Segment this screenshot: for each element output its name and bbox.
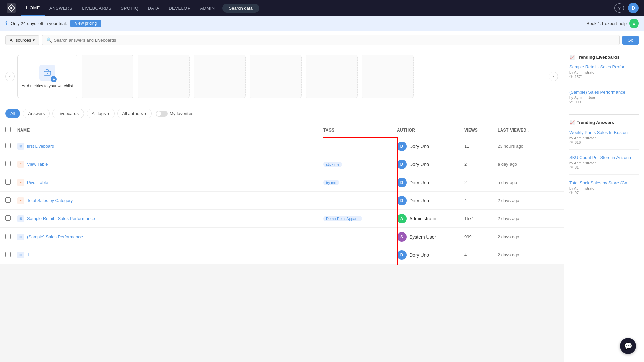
trending-liveboard-item: Sample Retail - Sales Perfor... by Admin… (569, 64, 639, 84)
trending-answer-title[interactable]: SKU Count Per Store in Arizona (569, 155, 639, 160)
table-row[interactable]: ≡ Total Sales by Category D Dory Uno 4 2… (0, 192, 564, 210)
row-lastviewed-cell: 2 days ago (498, 252, 558, 257)
trending-answer-title[interactable]: Total Sock Sales by Store (Ca... (569, 180, 639, 185)
filter-all-button[interactable]: All (5, 109, 20, 118)
carousel-next-button[interactable]: › (549, 72, 558, 81)
nav-data[interactable]: DATA (143, 0, 164, 16)
row-lastviewed-cell: 2 days ago (498, 198, 558, 203)
row-select-checkbox[interactable] (5, 234, 11, 239)
chat-bubble-button[interactable]: 💬 (620, 338, 636, 354)
nav-home[interactable]: HOME (21, 0, 45, 16)
row-type-icon: ⊞ (17, 252, 24, 258)
row-title-link[interactable]: first Liveboard (27, 144, 54, 149)
table-row[interactable]: ⊞ first Liveboard D Dory Uno 11 23 hours… (0, 137, 564, 155)
table-row[interactable]: ⊞ (Sample) Sales Performance S System Us… (0, 228, 564, 246)
filter-liveboards-button[interactable]: Liveboards (52, 109, 84, 118)
author-name: Dory Uno (409, 162, 429, 167)
filter-all-authors-button[interactable]: All authors ▾ (117, 109, 152, 118)
search-data-button[interactable]: Search data (222, 4, 259, 13)
row-select-checkbox[interactable] (5, 252, 11, 257)
row-title-link[interactable]: (Sample) Sales Performance (27, 234, 83, 239)
trending-item-by: by Administrator (569, 186, 596, 190)
author-name: Dory Uno (409, 180, 429, 185)
carousel-items: + Add metrics to your watchlist (15, 55, 549, 98)
trending-liveboards-list: Sample Retail - Sales Perfor... by Admin… (569, 64, 639, 109)
row-title-link[interactable]: View Table (27, 162, 48, 167)
row-checkbox-cell[interactable] (5, 215, 17, 222)
col-header-lastviewed[interactable]: Last viewed ↓ (498, 128, 558, 133)
trial-message: Only 24 days left in your trial. (11, 21, 67, 26)
help-button[interactable]: ? (614, 3, 624, 13)
trending-liveboard-title[interactable]: (Sample) Sales Performance (569, 90, 639, 95)
col-header-author: Author (397, 128, 464, 133)
app-logo[interactable] (5, 2, 17, 14)
row-select-checkbox[interactable] (5, 215, 11, 221)
sort-icon: ↓ (528, 128, 530, 133)
eye-icon: 👁 (569, 74, 573, 79)
nav-answers[interactable]: ANSWERS (45, 0, 77, 16)
row-checkbox-cell[interactable] (5, 179, 17, 186)
row-checkbox-cell[interactable] (5, 197, 17, 204)
watchlist-section: ‹ + Add metrics to your watchlist (0, 49, 564, 104)
trending-answer-sub: by Administrator (569, 161, 639, 165)
row-select-checkbox[interactable] (5, 197, 11, 203)
nav-develop[interactable]: DEVELOP (164, 0, 195, 16)
views-count: 97 (575, 191, 579, 195)
row-select-checkbox[interactable] (5, 161, 11, 166)
row-name-cell: ⊞ 1 (17, 252, 323, 258)
row-title-link[interactable]: Total Sales by Category (27, 198, 73, 203)
user-avatar[interactable]: D (628, 3, 639, 13)
search-input-wrapper: 🔍 (42, 35, 620, 45)
eye-icon: 👁 (569, 165, 573, 170)
filter-answers-button[interactable]: Answers (23, 109, 50, 118)
go-button[interactable]: Go (622, 36, 639, 45)
row-select-checkbox[interactable] (5, 143, 11, 148)
select-all-checkbox-header[interactable] (5, 127, 17, 133)
table-row[interactable]: ≡ View Table stick me D Dory Uno 2 a day… (0, 155, 564, 173)
book-expert-label: Book 1:1 expert help (587, 21, 627, 26)
add-metrics-card[interactable]: + Add metrics to your watchlist (17, 55, 77, 98)
search-bar-container: All sources ▾ 🔍 Go (0, 31, 644, 49)
row-checkbox-cell[interactable] (5, 161, 17, 167)
filter-all-tags-button[interactable]: All tags ▾ (87, 109, 115, 118)
add-metrics-label: Add metrics to your watchlist (22, 84, 73, 88)
trending-up-icon: 📈 (569, 55, 575, 60)
table-row[interactable]: ⊞ Sample Retail - Sales Performance Demo… (0, 210, 564, 228)
all-sources-dropdown[interactable]: All sources ▾ (5, 35, 39, 45)
book-expert-avatar[interactable]: ▲ (629, 19, 639, 28)
nav-spotiq[interactable]: SPOTIQ (116, 0, 143, 16)
row-checkbox-cell[interactable] (5, 234, 17, 240)
search-icon: 🔍 (46, 37, 52, 43)
view-pricing-button[interactable]: View pricing (70, 20, 101, 27)
carousel-placeholder-6 (362, 55, 414, 98)
table-container: Name Tags Author Views Last viewed ↓ ⊞ f… (0, 123, 564, 264)
row-title-link[interactable]: Pivot Table (27, 180, 48, 185)
row-checkbox-cell[interactable] (5, 143, 17, 149)
sidebar-divider (569, 114, 639, 115)
row-tags-cell: Demo-RetailApparel (323, 216, 397, 221)
select-all-checkbox[interactable] (5, 127, 11, 132)
row-author-cell: D Dory Uno (397, 160, 464, 169)
row-title-link[interactable]: 1 (27, 252, 29, 257)
row-author-cell: A Administrator (397, 214, 464, 223)
search-answers-input[interactable] (54, 38, 615, 43)
nav-liveboards[interactable]: LIVEBOARDS (77, 0, 116, 16)
trending-answers-list: Weekly Pants Sales In Boston by Administ… (569, 130, 639, 200)
author-name: Dory Uno (409, 144, 429, 149)
trending-liveboards-title: 📈 Trending Liveboards (569, 55, 639, 60)
carousel-prev-button[interactable]: ‹ (5, 72, 15, 81)
row-checkbox-cell[interactable] (5, 252, 17, 258)
row-select-checkbox[interactable] (5, 179, 11, 185)
top-navigation: HOME ANSWERS LIVEBOARDS SPOTIQ DATA DEVE… (0, 0, 644, 16)
trending-answer-title[interactable]: Weekly Pants Sales In Boston (569, 130, 639, 135)
table-row[interactable]: ≡ Pivot Table try me D Dory Uno 2 a day … (0, 173, 564, 192)
my-favorites-toggle[interactable] (156, 111, 168, 117)
trending-liveboard-title[interactable]: Sample Retail - Sales Perfor... (569, 64, 639, 69)
row-author-cell: D Dory Uno (397, 178, 464, 187)
row-views-cell: 4 (464, 252, 498, 257)
nav-admin[interactable]: ADMIN (195, 0, 219, 16)
add-metrics-icon: + (39, 65, 55, 81)
author-avatar: S (397, 232, 407, 242)
row-title-link[interactable]: Sample Retail - Sales Performance (27, 216, 95, 221)
table-row[interactable]: ⊞ 1 D Dory Uno 4 2 days ago (0, 246, 564, 264)
